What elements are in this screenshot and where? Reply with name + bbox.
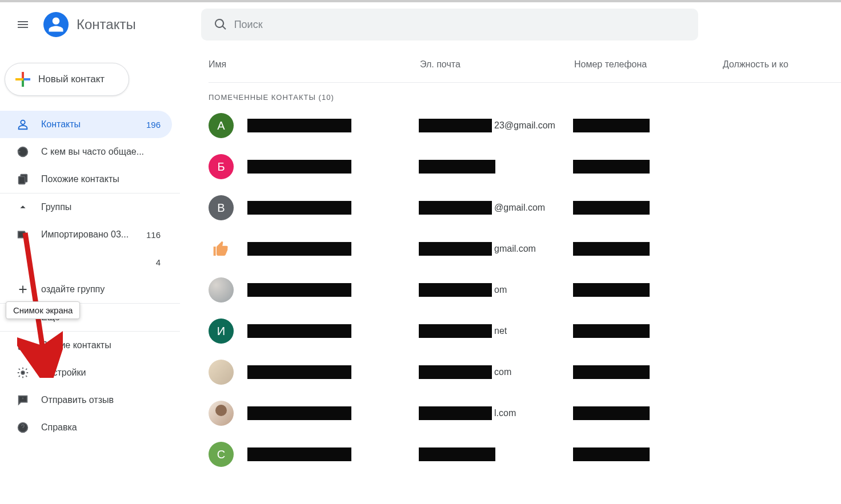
new-contact-label: Новый контакт — [38, 74, 105, 85]
redacted-phone — [573, 406, 650, 420]
contact-phone-cell — [573, 242, 722, 256]
contact-row[interactable]: А23@gmail.com — [209, 113, 841, 138]
email-suffix: 23@gmail.com — [494, 120, 555, 131]
label-outline-icon — [16, 228, 30, 241]
person-outline-icon — [16, 118, 30, 131]
sidebar-item-label: Отправить отзыв — [41, 395, 161, 405]
email-suffix: gmail.com — [494, 244, 536, 254]
sidebar-help[interactable]: Справка — [0, 414, 172, 441]
sidebar-item-duplicates[interactable]: Похожие контакты — [0, 166, 172, 193]
contact-phone-cell — [573, 201, 722, 215]
app-title: Контакты — [77, 17, 136, 33]
main-menu-button[interactable] — [9, 11, 37, 38]
contact-avatar — [209, 277, 234, 303]
sidebar-item-label: Похожие контакты — [41, 174, 161, 184]
svg-point-3 — [21, 371, 25, 374]
contact-row[interactable]: l.com — [209, 401, 841, 426]
clock-history-icon — [16, 145, 30, 159]
plus-multicolor-icon — [15, 72, 30, 87]
contact-name-cell — [247, 242, 419, 256]
contact-email-cell: @gmail.com — [419, 201, 573, 215]
sidebar-other-contacts[interactable]: Другие контакты — [0, 332, 172, 359]
main-content: Имя Эл. почта Номер телефона Должность и… — [180, 47, 841, 504]
sidebar-item-contacts[interactable]: Контакты 196 — [0, 111, 172, 138]
sidebar: Новый контакт Контакты 196 С кем вы част… — [0, 47, 180, 504]
contact-row[interactable]: om — [209, 277, 841, 303]
search-container — [201, 9, 698, 41]
contact-row[interactable]: Иnet — [209, 318, 841, 344]
contact-phone-cell — [573, 365, 722, 379]
gear-icon — [16, 366, 30, 380]
email-suffix: l.com — [494, 408, 516, 418]
sidebar-item-label: С кем вы часто общае... — [41, 147, 161, 157]
contact-name-cell — [247, 201, 419, 215]
search-icon — [214, 18, 227, 31]
email-suffix: net — [494, 326, 507, 336]
contact-avatar: Б — [209, 154, 234, 179]
contact-email-cell: gmail.com — [419, 242, 573, 256]
redacted-name — [247, 447, 351, 461]
contact-row[interactable]: com — [209, 360, 841, 385]
new-contact-button[interactable]: Новый контакт — [5, 63, 129, 96]
contact-avatar: А — [209, 113, 234, 138]
email-suffix: om — [494, 285, 507, 295]
help-icon — [16, 421, 30, 434]
redacted-name — [247, 242, 351, 256]
redacted-phone — [573, 201, 650, 215]
contact-email-cell: l.com — [419, 406, 573, 420]
contact-row[interactable]: В@gmail.com — [209, 195, 841, 220]
contact-row[interactable]: gmail.com — [209, 236, 841, 261]
redacted-phone — [573, 324, 650, 338]
email-suffix: com — [494, 367, 511, 377]
redacted-email — [419, 365, 492, 379]
plus-icon — [16, 283, 30, 296]
redacted-phone — [573, 447, 650, 461]
sidebar-item-frequent[interactable]: С кем вы часто общае... — [0, 138, 172, 166]
redacted-email — [419, 283, 492, 297]
column-header-email[interactable]: Эл. почта — [420, 59, 574, 70]
contact-email-cell: om — [419, 283, 573, 297]
sidebar-feedback[interactable]: Отправить отзыв — [0, 386, 172, 414]
sidebar-create-group[interactable]: оздайте группу — [0, 276, 172, 303]
search-input[interactable] — [234, 19, 692, 31]
person-icon — [47, 16, 65, 33]
contact-phone-cell — [573, 447, 722, 461]
redacted-email — [419, 447, 495, 461]
redacted-phone — [573, 242, 650, 256]
redacted-name — [247, 283, 351, 297]
redacted-email — [419, 324, 492, 338]
contact-row[interactable]: С — [209, 442, 841, 467]
svg-rect-1 — [19, 176, 25, 184]
starred-section-label: ПОМЕЧЕННЫЕ КОНТАКТЫ (10) — [209, 83, 841, 110]
sidebar-settings[interactable]: Настройки — [0, 359, 172, 386]
contact-avatar — [209, 360, 234, 385]
thumbs-up-icon — [212, 240, 230, 258]
sidebar-item-label: Импортировано 03... — [41, 229, 135, 240]
column-header-job[interactable]: Должность и ко — [723, 59, 841, 70]
contact-list: А23@gmail.comБВ@gmail.comgmail.comomИnet… — [209, 113, 841, 467]
sidebar-groups-header[interactable]: Группы — [0, 193, 172, 221]
contact-row[interactable]: Б — [209, 154, 841, 179]
redacted-email — [419, 242, 492, 256]
contact-name-cell — [247, 119, 419, 132]
contact-name-cell — [247, 447, 419, 461]
column-header-phone[interactable]: Номер телефона — [574, 59, 723, 70]
contact-avatar: В — [209, 195, 234, 220]
redacted-name — [247, 160, 351, 174]
contact-name-cell — [247, 324, 419, 338]
sidebar-group-imported[interactable]: Импортировано 03... 116 — [0, 221, 172, 248]
chevron-up-icon — [16, 200, 30, 214]
contact-avatar — [209, 236, 234, 261]
sidebar-group-hidden[interactable]: 4 — [0, 248, 172, 276]
redacted-phone — [573, 283, 650, 297]
redacted-email — [419, 119, 492, 132]
sidebar-item-label: Справка — [41, 422, 161, 433]
sidebar-item-count: 196 — [146, 120, 161, 130]
column-header-name[interactable]: Имя — [209, 59, 420, 70]
redacted-email — [419, 406, 492, 420]
contact-phone-cell — [573, 283, 722, 297]
redacted-name — [247, 201, 351, 215]
redacted-name — [247, 324, 351, 338]
redacted-phone — [573, 365, 650, 379]
search-icon-wrapper[interactable] — [207, 11, 234, 38]
